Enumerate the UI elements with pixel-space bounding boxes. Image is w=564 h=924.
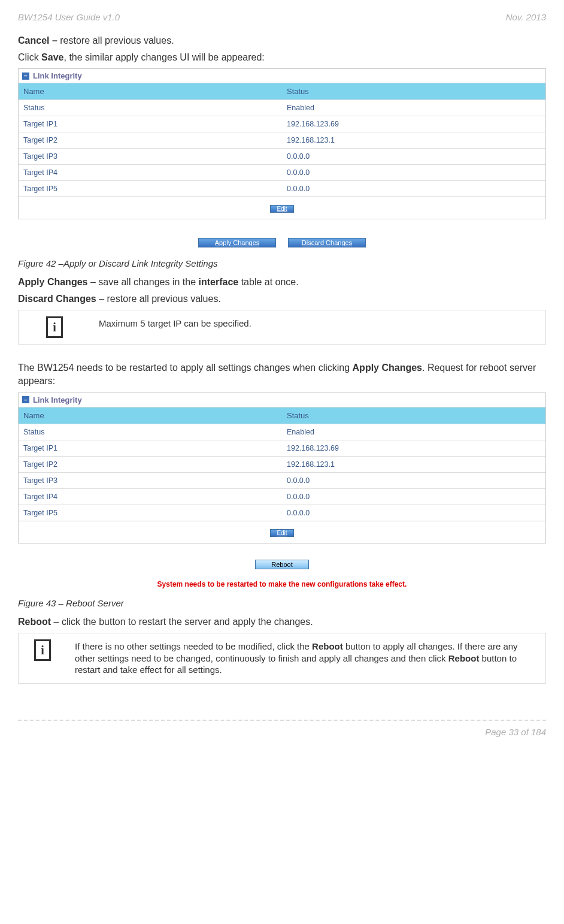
table-row: Target IP2192.168.123.1 — [19, 456, 545, 472]
discard-changes-button[interactable]: Discard Changes — [288, 238, 366, 247]
text: The BW1254 needs to be restarted to appl… — [18, 363, 353, 373]
cell: Target IP3 — [19, 472, 282, 488]
cell: 192.168.123.69 — [282, 116, 545, 132]
table-row: Target IP1192.168.123.69 — [19, 440, 545, 456]
cell: 0.0.0.0 — [282, 180, 545, 197]
cell: 192.168.123.69 — [282, 440, 545, 456]
table-row: StatusEnabled — [19, 424, 545, 440]
cell: Target IP2 — [19, 456, 282, 472]
cell: Target IP1 — [19, 440, 282, 456]
save-word: Save — [41, 52, 63, 62]
table-row: Target IP30.0.0.0 — [19, 148, 545, 164]
table-row: StatusEnabled — [19, 99, 545, 116]
restart-message: System needs to be restarted to make the… — [18, 580, 546, 588]
save-instruction: Click Save, the similar apply changes UI… — [18, 51, 546, 64]
text: Click — [18, 52, 41, 62]
table-row: Target IP50.0.0.0 — [19, 180, 545, 197]
table-footer: Edit — [19, 521, 545, 543]
cell: Status — [19, 99, 282, 116]
cell: Target IP2 — [19, 132, 282, 148]
cell: Target IP4 — [19, 488, 282, 505]
table-row: Target IP40.0.0.0 — [19, 164, 545, 180]
doc-date: Nov. 2013 — [506, 12, 546, 22]
info-icon: i — [34, 639, 51, 661]
table-row: Target IP1192.168.123.69 — [19, 116, 545, 132]
cell: Target IP4 — [19, 164, 282, 180]
cell: Target IP1 — [19, 116, 282, 132]
edit-button[interactable]: Edit — [270, 529, 293, 537]
cell: 192.168.123.1 — [282, 132, 545, 148]
table-header: Name Status — [19, 407, 545, 424]
cell: 192.168.123.1 — [282, 456, 545, 472]
cell: Target IP5 — [19, 505, 282, 521]
table-footer: Edit — [19, 197, 545, 219]
col-status: Status — [282, 407, 545, 424]
table-row: Target IP40.0.0.0 — [19, 488, 545, 505]
cell: 0.0.0.0 — [282, 505, 545, 521]
text: , the similar apply changes UI will be a… — [63, 52, 264, 62]
figure-43-caption: Figure 43 – Reboot Server — [18, 598, 546, 608]
apply-word: Apply Changes — [353, 363, 422, 373]
label: Reboot — [18, 617, 51, 627]
page-header: BW1254 User Guide v1.0 Nov. 2013 — [18, 12, 546, 22]
text: If there is no other settings needed to … — [75, 641, 312, 651]
table-row: Target IP30.0.0.0 — [19, 472, 545, 488]
figure-42-caption: Figure 42 –Apply or Discard Link Integri… — [18, 258, 546, 268]
page-number: Page 33 of 184 — [485, 727, 546, 737]
reboot-word: Reboot — [448, 653, 480, 663]
info-text: Maximum 5 target IP can be specified. — [90, 310, 545, 344]
info-icon-cell: i — [19, 633, 66, 683]
page-footer: Page 33 of 184 — [18, 720, 546, 743]
cell: Target IP5 — [19, 180, 282, 197]
doc-title: BW1254 User Guide v1.0 — [18, 12, 120, 22]
table-title: Link Integrity — [33, 395, 82, 404]
text: – save all changes in the — [87, 277, 198, 287]
cell: Enabled — [282, 424, 545, 440]
info-box-reboot: i If there is no other settings needed t… — [18, 633, 546, 684]
col-status: Status — [282, 83, 545, 99]
info-icon: i — [46, 316, 63, 338]
reboot-button[interactable]: Reboot — [255, 560, 309, 569]
cell: 0.0.0.0 — [282, 472, 545, 488]
reboot-word: Reboot — [312, 641, 343, 651]
table-row: Target IP2192.168.123.1 — [19, 132, 545, 148]
cell: Enabled — [282, 99, 545, 116]
cancel-desc: Cancel – restore all previous values. — [18, 34, 546, 47]
link-integrity-table-2: − Link Integrity Name Status StatusEnabl… — [18, 392, 546, 543]
label: Discard Changes — [18, 294, 96, 304]
table-title-row: − Link Integrity — [19, 69, 545, 83]
discard-changes-desc: Discard Changes – restore all previous v… — [18, 292, 546, 306]
link-integrity-table-1: − Link Integrity Name Status StatusEnabl… — [18, 68, 546, 219]
table-title: Link Integrity — [33, 71, 82, 80]
apply-changes-desc: Apply Changes – save all changes in the … — [18, 276, 546, 289]
col-name: Name — [19, 83, 282, 99]
col-name: Name — [19, 407, 282, 424]
table-row: Target IP50.0.0.0 — [19, 505, 545, 521]
text: restore all previous values. — [60, 35, 174, 46]
info-box-max-ip: i Maximum 5 target IP can be specified. — [18, 310, 546, 345]
info-icon-cell: i — [19, 310, 90, 344]
collapse-icon[interactable]: − — [22, 396, 29, 403]
info-text: If there is no other settings needed to … — [66, 633, 545, 683]
cell: Status — [19, 424, 282, 440]
apply-changes-button[interactable]: Apply Changes — [198, 238, 276, 247]
label: Apply Changes — [18, 277, 87, 287]
cell: 0.0.0.0 — [282, 164, 545, 180]
action-buttons-row: Apply Changes Discard Changes — [18, 237, 546, 247]
collapse-icon[interactable]: − — [22, 73, 29, 80]
text: – restore all previous values. — [96, 294, 221, 304]
text: – click the button to restart the server… — [51, 617, 313, 627]
cell: Target IP3 — [19, 148, 282, 164]
edit-button[interactable]: Edit — [270, 205, 293, 213]
cell: 0.0.0.0 — [282, 488, 545, 505]
reboot-button-row: Reboot — [18, 559, 546, 569]
restart-paragraph: The BW1254 needs to be restarted to appl… — [18, 361, 546, 387]
text: table at once. — [238, 277, 299, 287]
label: Cancel – — [18, 35, 60, 46]
reboot-desc: Reboot – click the button to restart the… — [18, 615, 546, 629]
cell: 0.0.0.0 — [282, 148, 545, 164]
table-title-row: − Link Integrity — [19, 393, 545, 407]
interface-word: interface — [198, 277, 238, 287]
table-header: Name Status — [19, 83, 545, 99]
